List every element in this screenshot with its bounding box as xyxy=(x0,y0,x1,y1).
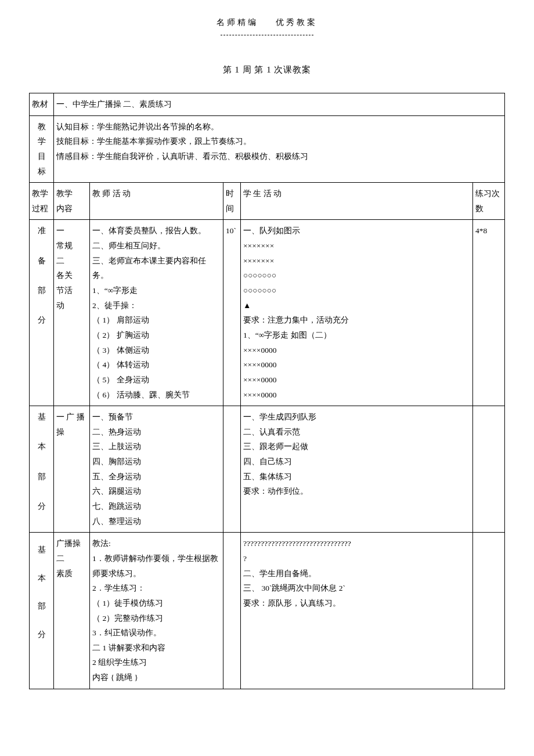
goal-line: 技能目标：学生能基本掌握动作要求，跟上节奏练习。 xyxy=(56,137,251,146)
basic2-teacher: 教法: 1．教师讲解动作要领，学生根据教师要求练习。 2．学生练习： （ 1）徒… xyxy=(90,533,223,689)
label-basic-one: 基 本 部 分 xyxy=(30,406,54,533)
lesson-title: 第 1 周 第 1 次课教案 xyxy=(29,64,505,75)
hdr-time: 时 间 xyxy=(223,183,241,220)
document-page: 名师精编 优秀教案 第 1 周 第 1 次课教案 教材 一、中学生广播操 二、素… xyxy=(0,0,534,756)
header-underline xyxy=(221,30,313,35)
proc-line: 部 xyxy=(38,602,46,610)
row-material: 教材 一、中学生广播操 二、素质练习 xyxy=(30,93,505,116)
prep-content: 一 常规 二 各关 节活 动 xyxy=(54,220,90,406)
basic2-time xyxy=(223,533,241,689)
basic1-reps xyxy=(472,406,504,533)
goal-label-line: 标 xyxy=(38,167,46,176)
proc-line: 基 xyxy=(38,413,46,421)
goal-label-line: 目 xyxy=(38,152,46,161)
row-preparation: 准 备 部 分 一 常规 二 各关 节活 动 一、体育委员整队，报告人数。 二、… xyxy=(30,220,505,406)
goal-line: 情感目标：学生能自我评价，认真听讲、看示范、积极模仿、积极练习 xyxy=(56,152,308,161)
row-basic-two: 基 本 部 分 广播操 二 素质 教法: 1．教师讲解动作要领，学生根据教师要求… xyxy=(30,533,505,689)
label-material: 教材 xyxy=(30,93,54,116)
prep-student: 一、队列如图示 ××××××× ××××××× ○○○○○○○ ○○○○○○○ … xyxy=(241,220,473,406)
row-goals: 教 学 目 标 认知目标：学生能熟记并说出各节操的名称。 技能目标：学生能基本掌… xyxy=(30,115,505,183)
hdr-content: 教学 内容 xyxy=(54,183,90,220)
prep-reps: 4*8 xyxy=(472,220,504,406)
goal-label-line: 学 xyxy=(38,137,46,146)
basic1-student: 一、学生成四列队形 二、认真看示范 三、跟老师一起做 四、自己练习 五、集体练习… xyxy=(241,406,473,533)
proc-line: 分 xyxy=(38,630,46,639)
lesson-plan-table: 教材 一、中学生广播操 二、素质练习 教 学 目 标 认知目标：学生能熟记并说出… xyxy=(29,93,505,689)
basic1-teacher: 一、预备节 二、热身运动 三、上肢运动 四、胸部运动 五、全身运动 六、踢腿运动… xyxy=(90,406,223,533)
basic1-content: 一 广 播操 xyxy=(54,406,90,533)
goal-label-line: 教 xyxy=(38,122,46,131)
proc-line: 准 xyxy=(38,226,46,235)
hdr-teacher: 教 师 活 动 xyxy=(90,183,223,220)
label-basic-two: 基 本 部 分 xyxy=(30,533,54,689)
basic2-student: ??????????????????????????????? ? 二、学生用自… xyxy=(241,533,473,689)
proc-line: 部 xyxy=(38,472,46,481)
header-left: 名师精编 xyxy=(217,18,258,27)
proc-line: 分 xyxy=(38,502,46,511)
basic2-reps xyxy=(472,533,504,689)
proc-line: 本 xyxy=(38,442,46,451)
proc-line: 本 xyxy=(38,574,46,583)
header-right: 优秀教案 xyxy=(276,18,317,27)
proc-line: 备 xyxy=(38,256,46,265)
prep-time: 10` xyxy=(223,220,241,406)
basic1-time xyxy=(223,406,241,533)
material-text: 一、中学生广播操 二、素质练习 xyxy=(54,93,505,116)
hdr-reps: 练习次 数 xyxy=(472,183,504,220)
label-goals: 教 学 目 标 xyxy=(30,115,54,183)
proc-line: 基 xyxy=(38,545,46,554)
row-column-headers: 教学 过程 教学 内容 教 师 活 动 时 间 学 生 活 动 练习次 数 xyxy=(30,183,505,220)
proc-line: 分 xyxy=(38,316,46,324)
hdr-process: 教学 过程 xyxy=(30,183,54,220)
basic2-content: 广播操 二 素质 xyxy=(54,533,90,689)
hdr-student: 学 生 活 动 xyxy=(241,183,473,220)
row-basic-one: 基 本 部 分 一 广 播操 一、预备节 二、热身运动 三、上肢运动 四、胸部运… xyxy=(30,406,505,533)
prep-teacher: 一、体育委员整队，报告人数。 二、师生相互问好。 三、老师宣布本课主要内容和任务… xyxy=(90,220,223,406)
goals-text: 认知目标：学生能熟记并说出各节操的名称。 技能目标：学生能基本掌握动作要求，跟上… xyxy=(54,115,505,183)
goal-line: 认知目标：学生能熟记并说出各节操的名称。 xyxy=(56,122,219,131)
proc-line: 部 xyxy=(38,286,46,295)
page-header: 名师精编 优秀教案 xyxy=(29,17,505,28)
label-preparation: 准 备 部 分 xyxy=(30,220,54,406)
